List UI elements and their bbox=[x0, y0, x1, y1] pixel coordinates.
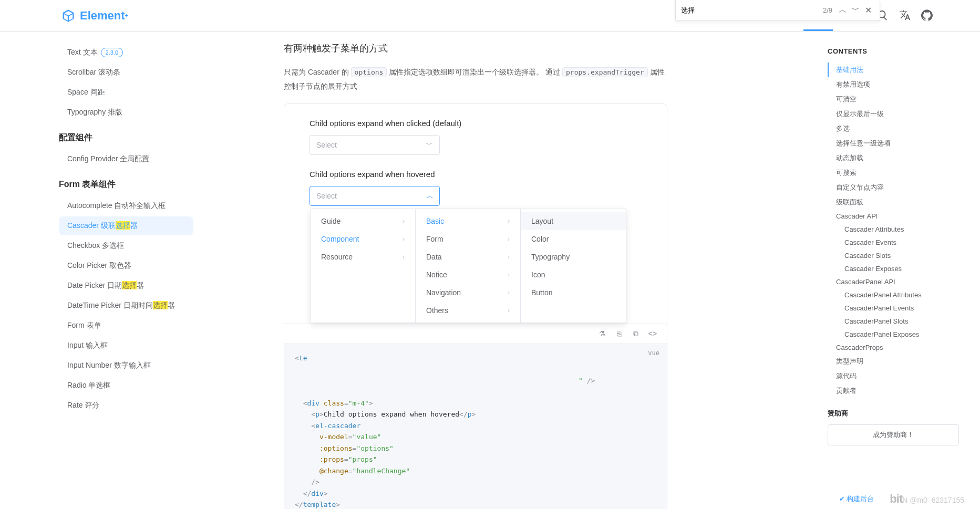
sidebar-item[interactable]: Config Provider 全局配置 bbox=[59, 150, 193, 169]
sidebar-item[interactable]: Checkbox 多选框 bbox=[59, 236, 193, 255]
toc-item[interactable]: CascaderPanel Events bbox=[828, 302, 959, 315]
cascader-option[interactable]: Basic› bbox=[416, 212, 520, 230]
cascader-dropdown: Guide›Component›Resource›Basic›Form›Data… bbox=[310, 209, 626, 323]
demo-box: Child options expand when clicked (defau… bbox=[284, 103, 667, 509]
cascader-option[interactable]: Notice› bbox=[416, 266, 520, 284]
demo-toolbar: ⚗ ⎘ ⧉ <> bbox=[284, 324, 667, 344]
find-input[interactable] bbox=[681, 6, 819, 14]
sidebar: Text 文本2.3.0Scrollbar 滚动条Space 间距Typogra… bbox=[0, 32, 210, 509]
cascader-click[interactable]: Select ﹀ bbox=[310, 135, 440, 155]
code-icon[interactable]: <> bbox=[648, 329, 657, 338]
cascader-option[interactable]: Component› bbox=[311, 230, 415, 248]
toc-item[interactable]: 基础用法 bbox=[828, 63, 959, 77]
chevron-down-icon: ﹀ bbox=[426, 140, 433, 150]
sponsor-button[interactable]: 成为赞助商！ bbox=[828, 424, 959, 445]
sidebar-item[interactable]: Date Picker 日期选择器 bbox=[59, 276, 193, 295]
code-inline: options bbox=[351, 67, 387, 77]
copy-icon[interactable]: ⧉ bbox=[631, 329, 641, 338]
cascader-option[interactable]: Typography bbox=[521, 248, 626, 266]
toc-item[interactable]: 多选 bbox=[828, 121, 959, 136]
toc-item[interactable]: Cascader Slots bbox=[828, 249, 959, 262]
cascader-option[interactable]: Color bbox=[521, 230, 626, 248]
toc-item[interactable]: 选择任意一级选项 bbox=[828, 136, 959, 151]
cascader-option[interactable]: Guide› bbox=[311, 212, 415, 230]
toc-item[interactable]: 动态加载 bbox=[828, 151, 959, 165]
toc-item[interactable]: 贡献者 bbox=[828, 383, 959, 398]
toc-item[interactable]: Cascader Exposes bbox=[828, 262, 959, 275]
logo-icon bbox=[61, 8, 76, 23]
toc-item[interactable]: CascaderPanel Attributes bbox=[828, 288, 959, 302]
chevron-right-icon: › bbox=[508, 253, 510, 261]
toc: CONTENTS 基础用法有禁用选项可清空仅显示最后一级多选选择任意一级选项动态… bbox=[817, 37, 969, 456]
footer-ad: ✔ 构建后台 bitN @m0_62317155 bbox=[839, 492, 964, 506]
translate-icon[interactable] bbox=[899, 9, 911, 23]
chevron-right-icon: › bbox=[508, 307, 510, 314]
find-prev-icon[interactable]: ︿ bbox=[837, 5, 849, 16]
toc-item[interactable]: Cascader Events bbox=[828, 236, 959, 249]
chevron-right-icon: › bbox=[508, 289, 510, 296]
ad-vue[interactable]: ✔ 构建后台 bbox=[839, 494, 874, 504]
main-content: 有两种触发子菜单的方式 只需为 Cascader 的 options 属性指定选… bbox=[210, 32, 688, 509]
cascader-option[interactable]: Resource› bbox=[311, 248, 415, 266]
flask-icon[interactable]: ⚗ bbox=[597, 329, 607, 338]
toc-item[interactable]: Cascader Attributes bbox=[828, 223, 959, 236]
toc-item[interactable]: CascaderPanel API bbox=[828, 275, 959, 288]
code-inline: props.expandTrigger bbox=[562, 67, 648, 77]
sidebar-item[interactable]: Text 文本2.3.0 bbox=[59, 43, 193, 62]
toc-item[interactable]: 可清空 bbox=[828, 92, 959, 107]
toc-item[interactable]: 可搜索 bbox=[828, 165, 959, 180]
cascader-option[interactable]: Layout bbox=[521, 212, 626, 230]
cascader-option[interactable]: Form› bbox=[416, 230, 520, 248]
cascader-option[interactable]: Data› bbox=[416, 248, 520, 266]
logo[interactable]: Element+ bbox=[61, 8, 129, 23]
toc-title: CONTENTS bbox=[828, 47, 959, 55]
chevron-right-icon: › bbox=[403, 235, 405, 243]
toc-item[interactable]: 仅显示最后一级 bbox=[828, 107, 959, 121]
sidebar-item[interactable]: Form 表单 bbox=[59, 316, 193, 335]
toc-item[interactable]: 类型声明 bbox=[828, 354, 959, 369]
ad-bit[interactable]: bit bbox=[890, 492, 902, 505]
sidebar-item[interactable]: Input 输入框 bbox=[59, 336, 193, 355]
sponsor-title: 赞助商 bbox=[828, 409, 959, 418]
find-close-icon[interactable]: ✕ bbox=[862, 5, 874, 15]
chevron-up-icon: ﹀ bbox=[426, 191, 433, 201]
toc-item[interactable]: CascaderPanel Exposes bbox=[828, 328, 959, 341]
section-desc: 只需为 Cascader 的 options 属性指定选项数组即可渲染出一个级联… bbox=[284, 65, 667, 93]
toc-item[interactable]: 有禁用选项 bbox=[828, 77, 959, 92]
demo-label-2: Child options expand when hovered bbox=[310, 170, 642, 179]
sidebar-item[interactable]: Typography 排版 bbox=[59, 103, 193, 122]
find-next-icon[interactable]: ﹀ bbox=[849, 5, 862, 16]
code-block: vue <te " /> <div class="m-4"> <p>Child … bbox=[284, 344, 667, 509]
toc-item[interactable]: Cascader API bbox=[828, 210, 959, 223]
find-bar: 2/9 ︿ ﹀ ✕ bbox=[675, 0, 880, 21]
cascader-option[interactable]: Button bbox=[521, 284, 626, 302]
toc-item[interactable]: CascaderPanel Slots bbox=[828, 315, 959, 328]
cascader-option[interactable]: Others› bbox=[416, 302, 520, 319]
sidebar-item[interactable]: Space 间距 bbox=[59, 83, 193, 102]
toc-item[interactable]: 级联面板 bbox=[828, 195, 959, 210]
sidebar-group: Form 表单组件 bbox=[59, 170, 210, 195]
code-lang: vue bbox=[648, 348, 659, 359]
toc-item[interactable]: 源代码 bbox=[828, 369, 959, 383]
sidebar-item[interactable]: Input Number 数字输入框 bbox=[59, 356, 193, 375]
cascader-option[interactable]: Icon bbox=[521, 266, 626, 284]
sidebar-item[interactable]: Scrollbar 滚动条 bbox=[59, 63, 193, 82]
sidebar-item[interactable]: Rate 评分 bbox=[59, 396, 193, 415]
chevron-right-icon: › bbox=[508, 217, 510, 225]
sidebar-item[interactable]: Cascader 级联选择器 bbox=[59, 216, 193, 235]
header: Element+ 2/9 ︿ ﹀ ✕ bbox=[0, 0, 980, 32]
sidebar-item[interactable]: Color Picker 取色器 bbox=[59, 256, 193, 275]
nav-indicator bbox=[803, 29, 833, 31]
sidebar-item[interactable]: Radio 单选框 bbox=[59, 376, 193, 395]
toc-item[interactable]: 自定义节点内容 bbox=[828, 180, 959, 195]
sidebar-item[interactable]: DateTime Picker 日期时间选择器 bbox=[59, 296, 193, 315]
thumbs-icon[interactable]: ⎘ bbox=[614, 329, 624, 338]
find-count: 2/9 bbox=[823, 6, 832, 14]
cascader-hover[interactable]: Select ﹀ Guide›Component›Resource›Basic›… bbox=[310, 186, 440, 206]
chevron-right-icon: › bbox=[508, 271, 510, 278]
cascader-option[interactable]: Navigation› bbox=[416, 284, 520, 302]
chevron-right-icon: › bbox=[403, 253, 405, 261]
toc-item[interactable]: CascaderProps bbox=[828, 341, 959, 354]
github-icon[interactable] bbox=[921, 9, 933, 23]
sidebar-item[interactable]: Autocomplete 自动补全输入框 bbox=[59, 196, 193, 215]
